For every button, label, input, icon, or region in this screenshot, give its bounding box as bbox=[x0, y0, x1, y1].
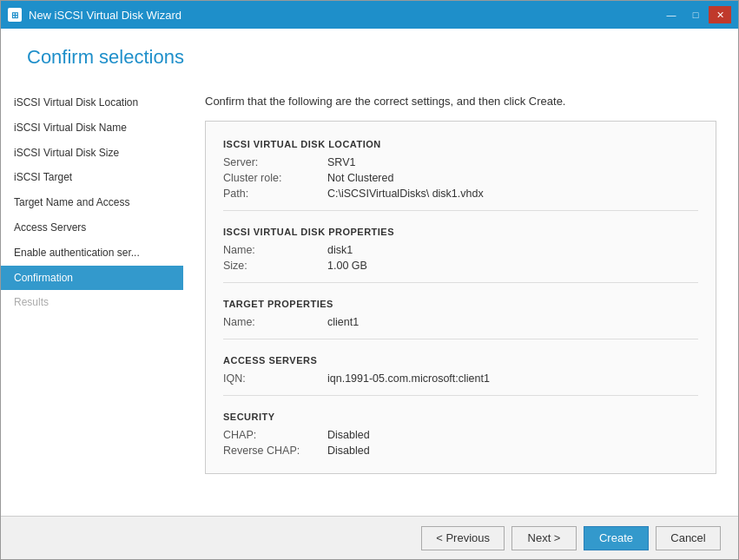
detail-row-size: Size: 1.00 GB bbox=[223, 260, 698, 272]
sidebar-item-iscsi-target[interactable]: iSCSI Target bbox=[1, 165, 183, 190]
sidebar-item-access-servers[interactable]: Access Servers bbox=[1, 215, 183, 240]
section-header-target: TARGET PROPERTIES bbox=[223, 299, 698, 309]
sidebar-item-iscsi-size[interactable]: iSCSI Virtual Disk Size bbox=[1, 141, 183, 166]
app-icon: ⊞ bbox=[8, 8, 22, 22]
title-bar-left: ⊞ New iSCSI Virtual Disk Wizard bbox=[8, 8, 181, 22]
confirm-box: ISCSI VIRTUAL DISK LOCATION Server: SRV1… bbox=[205, 121, 716, 474]
detail-row-server: Server: SRV1 bbox=[223, 156, 698, 168]
sidebar-item-confirmation[interactable]: Confirmation bbox=[1, 266, 183, 291]
cancel-button[interactable]: Cancel bbox=[656, 526, 721, 550]
sidebar-item-iscsi-name[interactable]: iSCSI Virtual Disk Name bbox=[1, 115, 183, 141]
page-title: Confirm selections bbox=[27, 46, 712, 69]
section-header-security: SECURITY bbox=[223, 412, 698, 422]
wizard-content: iSCSI Virtual Disk Location iSCSI Virtua… bbox=[1, 82, 738, 516]
minimize-button[interactable]: — bbox=[660, 6, 683, 23]
next-button[interactable]: Next > bbox=[511, 526, 577, 550]
wizard-footer: < Previous Next > Create Cancel bbox=[1, 516, 738, 559]
section-header-location: ISCSI VIRTUAL DISK LOCATION bbox=[223, 139, 698, 149]
sidebar-item-results: Results bbox=[1, 290, 183, 315]
create-button[interactable]: Create bbox=[584, 526, 649, 550]
window-title: New iSCSI Virtual Disk Wizard bbox=[29, 9, 181, 22]
sidebar-item-iscsi-location[interactable]: iSCSI Virtual Disk Location bbox=[1, 90, 183, 115]
detail-row-chap: CHAP: Disabled bbox=[223, 429, 698, 441]
detail-row-target-name: Name: client1 bbox=[223, 316, 698, 328]
close-button[interactable]: ✕ bbox=[709, 6, 731, 23]
detail-row-reverse-chap: Reverse CHAP: Disabled bbox=[223, 445, 698, 457]
previous-button[interactable]: < Previous bbox=[421, 526, 505, 550]
detail-row-path: Path: C:\iSCSIVirtualDisks\ disk1.vhdx bbox=[223, 188, 698, 200]
sidebar-item-target-name[interactable]: Target Name and Access bbox=[1, 190, 183, 215]
wizard-window: ⊞ New iSCSI Virtual Disk Wizard — □ ✕ Co… bbox=[0, 0, 739, 560]
wizard-body: Confirm selections iSCSI Virtual Disk Lo… bbox=[1, 29, 738, 559]
section-header-access: ACCESS SERVERS bbox=[223, 355, 698, 366]
divider-4 bbox=[223, 395, 698, 396]
divider-2 bbox=[223, 282, 698, 283]
section-header-properties: ISCSI VIRTUAL DISK PROPERTIES bbox=[223, 227, 698, 237]
sidebar-item-enable-auth[interactable]: Enable authentication ser... bbox=[1, 240, 183, 266]
divider-3 bbox=[223, 339, 698, 339]
title-controls: — □ ✕ bbox=[660, 6, 731, 23]
sidebar: iSCSI Virtual Disk Location iSCSI Virtua… bbox=[1, 82, 183, 516]
title-bar: ⊞ New iSCSI Virtual Disk Wizard — □ ✕ bbox=[1, 1, 738, 29]
main-panel: Confirm that the following are the corre… bbox=[183, 82, 738, 516]
wizard-header: Confirm selections bbox=[1, 29, 738, 82]
maximize-button[interactable]: □ bbox=[684, 6, 707, 23]
detail-row-name: Name: disk1 bbox=[223, 244, 698, 256]
detail-row-cluster: Cluster role: Not Clustered bbox=[223, 172, 698, 184]
instruction-text: Confirm that the following are the corre… bbox=[205, 95, 716, 108]
divider-1 bbox=[223, 210, 698, 211]
detail-row-iqn: IQN: iqn.1991-05.com.microsoft:client1 bbox=[223, 372, 698, 385]
